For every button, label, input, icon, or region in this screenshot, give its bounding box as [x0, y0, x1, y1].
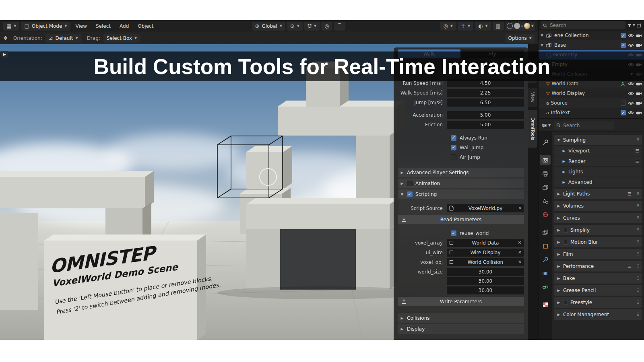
tab-tool[interactable]	[540, 137, 551, 147]
tab-material[interactable]	[540, 300, 551, 310]
drag-grip-icon[interactable]: ⠿	[636, 252, 639, 257]
filter-dropdown[interactable]: ▼	[627, 23, 635, 28]
menu-object[interactable]: Object	[134, 23, 157, 29]
snap-toggle[interactable]: Ω▼	[304, 22, 320, 31]
camera-icon[interactable]	[636, 43, 642, 47]
tab-collection[interactable]	[540, 227, 551, 237]
voxel-obj-field[interactable]: World Collision ✕	[447, 258, 524, 266]
menu-view[interactable]: View	[72, 23, 91, 29]
camera-icon[interactable]	[636, 101, 642, 105]
camera-icon[interactable]	[636, 33, 642, 38]
panel-motion-blur[interactable]: ▶ Motion Blur ⠿	[554, 237, 642, 247]
outliner-search[interactable]: Search	[541, 21, 625, 29]
clear-x-icon[interactable]: ✕	[518, 239, 522, 247]
shading-material-button[interactable]	[521, 25, 523, 27]
drag-grip-icon[interactable]: ⠿	[636, 240, 639, 245]
collection-checkbox[interactable]	[621, 33, 626, 38]
preset-menu-icon[interactable]: ☰	[635, 148, 639, 154]
tab-modifiers[interactable]	[540, 255, 551, 265]
wall-jump-toggle[interactable]: Wall Jump	[398, 143, 524, 152]
eye-icon[interactable]	[628, 91, 634, 96]
outliner-row-scene-collection[interactable]: ▼ ene Collection	[539, 31, 644, 40]
panel-freestyle[interactable]: ▶ Freestyle ⠿	[554, 297, 642, 308]
panel-simplify[interactable]: ▶ Simplify ⠿	[554, 225, 642, 235]
camera-icon[interactable]	[636, 111, 642, 115]
tab-object[interactable]	[540, 241, 551, 251]
show-visibilities-dropdown[interactable]: ◎▼	[440, 22, 456, 31]
drag-grip-icon[interactable]: ⠿	[636, 228, 639, 233]
collection-checkbox[interactable]	[621, 43, 626, 48]
mode-dropdown[interactable]: ▢Object Mode▼	[21, 22, 70, 31]
voxel-array-field[interactable]: World Data ✕	[447, 239, 524, 247]
orientation-default-dropdown[interactable]: ⊿Default▼	[45, 34, 81, 43]
new-collection-icon[interactable]	[637, 23, 642, 28]
tab-view[interactable]: View	[528, 88, 537, 107]
acceleration-field[interactable]: 5.00	[447, 111, 524, 119]
outliner-row-source[interactable]: a Source	[539, 98, 644, 108]
panel-sampling-advanced[interactable]: ▶ Advanced	[554, 177, 642, 187]
world-size-x-field[interactable]: 30.00	[447, 268, 524, 276]
show-overlays-dropdown[interactable]: ◐▼	[475, 22, 491, 31]
animation-section-header[interactable]: ▶ Animation	[398, 179, 524, 188]
panel-sampling[interactable]: ▼ Sampling ⠿	[554, 135, 642, 145]
viewport-3d[interactable]: OMNISTEP VoxelWorld Demo Scene Use the '…	[0, 44, 538, 340]
ui-wire-field[interactable]: Wire Display ✕	[447, 249, 524, 257]
proportional-falloff-dropdown[interactable]: ⌒	[334, 22, 345, 31]
scripting-section-header[interactable]: ▼ Scripting	[398, 189, 524, 199]
drag-grip-icon[interactable]: ⠿	[636, 288, 639, 293]
tab-render[interactable]	[540, 155, 551, 165]
world-size-y-field[interactable]: 30.00	[447, 277, 524, 285]
drag-grip-icon[interactable]: ⠿	[636, 204, 639, 209]
xray-toggle[interactable]: ▥	[493, 22, 504, 31]
editor-type-button[interactable]: ▼	[541, 123, 551, 128]
drag-grip-icon[interactable]: ⠿	[636, 216, 639, 221]
panel-film[interactable]: ▶ Film ⠿	[554, 249, 642, 259]
clear-x-icon[interactable]: ✕	[518, 204, 522, 212]
clear-x-icon[interactable]: ✕	[518, 249, 522, 257]
shading-solid-button[interactable]	[514, 23, 520, 29]
eye-icon[interactable]	[628, 82, 634, 86]
preset-menu-icon[interactable]: ☰	[627, 264, 632, 269]
selectability-checkbox[interactable]	[621, 101, 626, 106]
drag-grip-icon[interactable]: ⠿	[636, 264, 639, 269]
jump-field[interactable]: 6.50	[447, 99, 524, 107]
preset-menu-icon[interactable]: ☰	[627, 191, 632, 197]
pivot-point-dropdown[interactable]: ⊙▼	[287, 22, 303, 31]
checkbox-unchecked-icon[interactable]	[563, 240, 568, 245]
checkbox-unchecked-icon[interactable]	[563, 228, 568, 232]
tab-scene[interactable]	[540, 196, 551, 206]
camera-icon[interactable]	[636, 91, 642, 96]
display-section-header[interactable]: ▶ Display	[398, 324, 524, 334]
disclosure-icon[interactable]: ▼	[541, 33, 544, 37]
drag-grip-icon[interactable]: ⠿	[636, 191, 639, 197]
eye-icon[interactable]	[628, 101, 634, 105]
properties-search[interactable]: Search	[554, 121, 614, 130]
reuse-world-toggle[interactable]: reuse_world	[398, 228, 524, 238]
panel-sampling-render[interactable]: ▶ Render ☰	[554, 156, 642, 166]
show-gizmo-dropdown[interactable]: ✛▼	[458, 22, 473, 31]
always-run-toggle[interactable]: Always Run	[398, 133, 524, 143]
shading-rendered-button[interactable]	[524, 23, 530, 29]
drag-grip-icon[interactable]: ⠿	[636, 300, 639, 305]
tab-omnitools[interactable]: OmniTools	[528, 110, 537, 148]
panel-light-paths[interactable]: ▶ Light Paths ☰ ⠿	[554, 189, 642, 199]
tab-view-layer[interactable]	[540, 182, 551, 192]
drag-grip-icon[interactable]: ⠿	[636, 276, 639, 281]
read-parameters-button[interactable]: Read Parameters	[398, 215, 524, 224]
camera-icon[interactable]	[636, 82, 642, 86]
write-parameters-button[interactable]: Write Parameters	[398, 297, 524, 306]
panel-color-management[interactable]: ▶ Color Management ⠿	[554, 309, 642, 320]
eye-icon[interactable]	[628, 43, 634, 47]
drag-grip-icon[interactable]: ⠿	[636, 312, 639, 317]
drag-mode-dropdown[interactable]: Select Box▼	[103, 34, 140, 43]
outliner-row-world-display[interactable]: ▽ World Display	[539, 88, 644, 98]
collisions-section-header[interactable]: ▶ Collisions	[398, 313, 524, 323]
world-size-z-field[interactable]: 30.00	[447, 286, 524, 294]
air-jump-toggle[interactable]: Air Jump	[398, 152, 524, 162]
eye-icon[interactable]	[628, 111, 634, 115]
disclosure-icon[interactable]: ▼	[541, 43, 544, 47]
preset-menu-icon[interactable]: ☰	[635, 159, 639, 164]
tab-output[interactable]	[540, 169, 551, 179]
toolbar-expand-arrow[interactable]: ▶	[1, 51, 8, 58]
friction-field[interactable]: 5.00	[447, 121, 524, 129]
